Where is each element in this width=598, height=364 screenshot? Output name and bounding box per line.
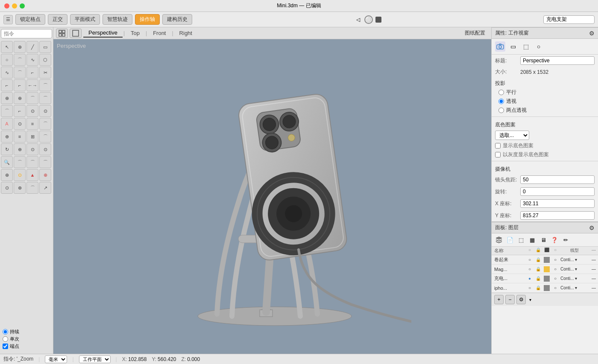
arc-tool[interactable]: ⌒ [14,54,26,66]
plane-mode-button[interactable]: 平面模式 [70,14,100,25]
hatch-tool[interactable]: ≡ [26,118,38,130]
offset-tool[interactable]: ⌐ [26,67,38,79]
layer-lock-1[interactable]: 🔒 [534,265,542,273]
properties-settings-icon[interactable]: ⚙ [589,30,595,37]
group-tool[interactable]: ⊙ [39,143,51,155]
show-bg-checkbox[interactable] [495,143,501,149]
endpoint-option[interactable]: 端点 [3,343,50,349]
layer-visible-1[interactable]: ○ [525,265,534,273]
layer-render-2[interactable]: ○ [551,275,560,282]
trim-tool[interactable]: ✂ [39,67,51,79]
x-input[interactable] [520,199,595,208]
copy-tool[interactable]: ≡ [14,131,26,143]
two-point-option[interactable]: 两点透视 [492,106,598,115]
grid-tool[interactable]: ⊞ [26,131,38,143]
show-gray-checkbox[interactable] [495,152,501,157]
persistent-option[interactable]: 持续 [3,329,50,335]
extend-tool[interactable]: ←→ [26,79,38,91]
loft-tool[interactable]: ⌒ [26,92,38,104]
layer-stack-icon[interactable] [494,235,504,245]
layer-doc-icon[interactable]: 📄 [505,235,515,245]
stop-button[interactable] [375,17,381,23]
layer-color-0[interactable] [544,257,550,263]
sweep-tool[interactable]: ⌒ [39,92,51,104]
render-tool[interactable]: ▲ [26,169,38,181]
layer-render-1[interactable]: ○ [551,265,560,273]
pipe-tool[interactable]: ⌒ [1,105,13,117]
layer-lock-3[interactable]: 🔒 [534,284,542,292]
join-tool[interactable]: ⌐ [14,79,26,91]
3d-viewport[interactable]: Perspective [53,39,491,354]
unit-selector[interactable]: 毫米 [45,355,67,363]
cube-icon[interactable]: ⬚ [521,41,531,52]
smart-track-button[interactable]: 智慧轨迹 [103,14,132,25]
boolean-union[interactable]: ⊙ [26,105,38,117]
tab-right[interactable]: Right [174,29,197,37]
orient-tool[interactable]: ⊙ [26,143,38,155]
zoom-tool[interactable]: 🔍 [1,156,13,168]
circle-tool[interactable]: ○ [1,54,13,66]
pan-tool[interactable]: ⌒ [14,156,26,168]
tab-front[interactable]: Front [148,29,171,37]
mirror-tool[interactable]: ⌒ [39,131,51,143]
ortho-button[interactable]: 正交 [48,14,67,25]
layer-color-1[interactable] [544,266,550,272]
color-tool[interactable]: ⊕ [39,169,51,181]
help-btn[interactable]: ↗ [39,182,51,194]
sidebar-toggle[interactable]: ☰ [3,15,13,24]
rotation-input[interactable] [520,187,595,196]
select-tool[interactable]: ↖ [1,41,13,53]
minimize-button[interactable] [12,3,17,9]
single-option[interactable]: 单次 [3,336,50,342]
layer-visible-0[interactable]: ○ [525,256,534,264]
scale-tool[interactable]: ⊕ [14,143,26,155]
maximize-button[interactable] [20,3,25,9]
layer-lock-2[interactable]: 🔒 [534,275,542,282]
viewport-settings-button[interactable]: 图纸配置 [461,29,489,38]
back-icon[interactable]: ◁ [355,17,362,23]
blend-tool[interactable]: ⌒ [14,67,26,79]
operation-axis-button[interactable]: 操作轴 [135,14,160,25]
layer-visible-3[interactable]: ○ [525,284,534,292]
focal-input[interactable] [520,175,595,184]
light-tool[interactable]: ⊙ [14,169,26,181]
layer-pen-icon[interactable]: ✏ [561,235,570,245]
remove-layer-button[interactable]: − [505,295,515,304]
history-button[interactable]: 建构历史 [162,14,192,25]
add-layer-button[interactable]: + [494,295,504,304]
split-tool[interactable]: ⌐ [1,79,13,91]
show-bg-row[interactable]: 显示底色图案 [492,141,598,150]
freeform-tool[interactable]: ∿ [1,67,13,79]
viewport-single-icon[interactable] [70,29,82,38]
curve-tool[interactable]: ∿ [26,54,38,66]
layer-lock-0[interactable]: 🔒 [534,256,542,264]
layer-visible-2[interactable]: ● [525,275,534,282]
line-tool[interactable]: ╱ [26,41,38,53]
layer-render-3[interactable]: ○ [551,284,560,292]
rect-tool[interactable]: ▭ [39,41,51,53]
object-btn[interactable]: ⊕ [14,182,26,194]
boolean-diff[interactable]: ⊙ [39,105,51,117]
parallel-option[interactable]: 平行 [492,88,598,97]
viewport-grid-icon[interactable] [56,29,68,38]
layer-help-icon[interactable]: ❓ [550,235,559,245]
command-input[interactable] [1,29,52,38]
y-input[interactable] [520,211,595,220]
layer-linewidth-2[interactable]: — [589,275,598,282]
tab-top[interactable]: Top [126,29,145,37]
display-icon[interactable]: ▭ [508,41,518,52]
close-button[interactable] [4,3,9,9]
layer-row-2[interactable]: 充电... ● 🔒 ○ Conti... ▾ — [492,274,598,283]
text-tool[interactable]: A [1,118,13,130]
layer-options-button[interactable]: ⚙ [516,295,526,304]
layer-row-1[interactable]: Mag... ○ 🔒 ○ Conti... ▾ — [492,265,598,274]
dim-tool[interactable]: ⊙ [14,118,26,130]
layer-layout-icon[interactable]: ▦ [528,235,537,245]
lock-grid-button[interactable]: 锁定格点 [15,14,45,25]
layer-color-3[interactable] [544,285,550,291]
record-button[interactable]: ⚪ [364,15,373,24]
show-gray-row[interactable]: 以灰度显示底色图案 [492,150,598,159]
patch-tool[interactable]: ⌐ [14,105,26,117]
layer-linewidth-3[interactable]: — [589,284,598,292]
background-dropdown[interactable]: 选取... [495,131,529,140]
